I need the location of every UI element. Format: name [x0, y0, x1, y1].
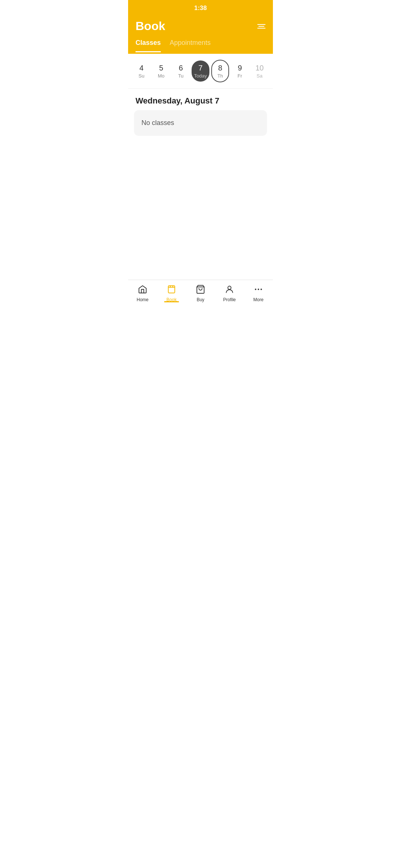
- no-classes-card: No classes: [134, 110, 267, 136]
- profile-icon: [225, 285, 234, 296]
- page-title: Book: [136, 19, 165, 33]
- svg-point-5: [261, 289, 262, 290]
- status-bar: 1:38: [128, 0, 273, 16]
- svg-point-4: [258, 289, 259, 290]
- day-5[interactable]: 5 Mo: [152, 60, 170, 82]
- header: Book: [128, 16, 273, 33]
- more-icon: [254, 285, 263, 296]
- day-8[interactable]: 8 Th: [211, 60, 229, 82]
- book-icon: [167, 285, 176, 296]
- day-7-today[interactable]: 7 Today: [192, 60, 209, 82]
- status-time: 1:38: [136, 4, 265, 12]
- svg-rect-0: [168, 286, 175, 293]
- nav-profile-label: Profile: [223, 297, 236, 302]
- nav-home[interactable]: Home: [128, 284, 157, 302]
- active-indicator: [164, 301, 179, 302]
- filter-icon[interactable]: [257, 24, 265, 29]
- tab-appointments[interactable]: Appointments: [170, 39, 211, 52]
- calendar-row: 4 Su 5 Mo 6 Tu 7 Today 8 Th 9 Fr: [133, 60, 268, 82]
- day-6[interactable]: 6 Tu: [172, 60, 190, 82]
- nav-buy[interactable]: Buy: [186, 284, 215, 302]
- buy-icon: [196, 285, 205, 296]
- nav-more-label: More: [253, 297, 263, 302]
- nav-book[interactable]: Book: [157, 284, 186, 302]
- svg-point-3: [255, 289, 256, 290]
- nav-profile[interactable]: Profile: [215, 284, 244, 302]
- nav-more[interactable]: More: [244, 284, 273, 302]
- day-4[interactable]: 4 Su: [133, 60, 150, 82]
- home-icon: [138, 285, 147, 296]
- date-heading: Wednesday, August 7: [128, 89, 273, 110]
- day-9[interactable]: 9 Fr: [231, 60, 249, 82]
- calendar-section: 4 Su 5 Mo 6 Tu 7 Today 8 Th 9 Fr: [128, 54, 273, 89]
- nav-buy-label: Buy: [197, 297, 205, 302]
- svg-point-2: [228, 286, 231, 289]
- tabs-container: Classes Appointments: [128, 33, 273, 52]
- tab-classes[interactable]: Classes: [136, 39, 161, 52]
- day-10[interactable]: 10 Sa: [251, 60, 268, 82]
- nav-home-label: Home: [137, 297, 149, 302]
- bottom-nav: Home Book Buy: [128, 280, 273, 313]
- no-classes-text: No classes: [141, 119, 174, 126]
